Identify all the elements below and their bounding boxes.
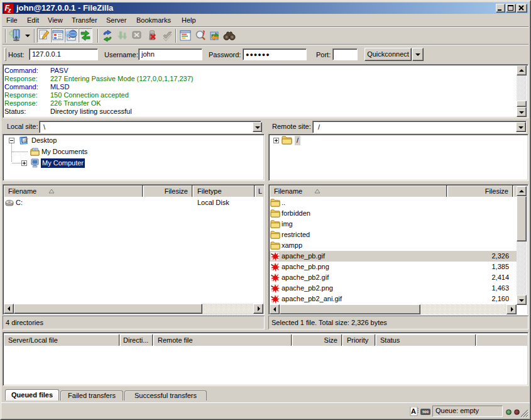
svg-text:z: z (8, 7, 11, 14)
svg-text:A: A (411, 407, 416, 415)
